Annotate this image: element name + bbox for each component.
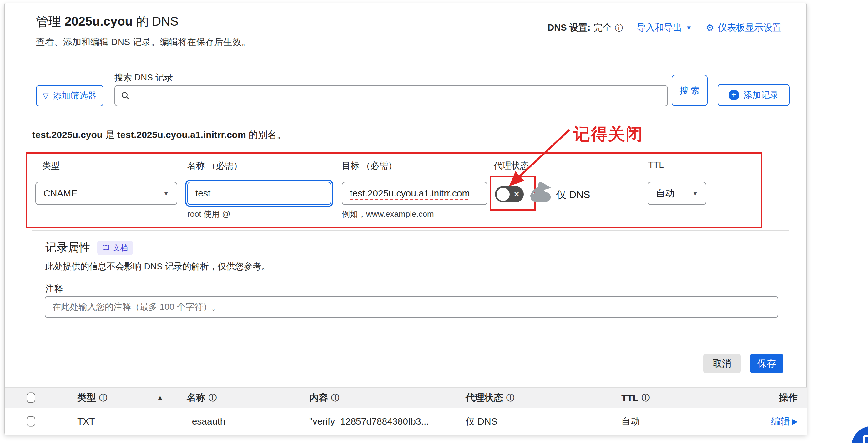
dashboard-display-settings-link[interactable]: ⚙ 仪表板显示设置 bbox=[706, 22, 781, 34]
plus-icon: + bbox=[728, 90, 739, 100]
col-header-ttl-label: TTL bbox=[621, 392, 639, 403]
chevron-down-icon: ▼ bbox=[686, 24, 692, 32]
edit-record-button[interactable]: 编辑 ▶ bbox=[771, 415, 798, 428]
form-divider bbox=[32, 230, 789, 231]
search-dns-label: 搜索 DNS 记录 bbox=[115, 72, 173, 84]
footer-divider bbox=[32, 336, 789, 337]
chat-bubble-icon bbox=[863, 435, 868, 443]
row-proxy-status: 仅 DNS bbox=[466, 415, 497, 428]
name-input-container bbox=[187, 182, 331, 205]
row-checkbox[interactable] bbox=[27, 416, 35, 426]
info-icon[interactable]: ⓘ bbox=[331, 392, 339, 403]
page: 管理 2025u.cyou 的 DNS 查看、添加和编辑 DNS 记录。编辑将在… bbox=[0, 0, 868, 443]
docs-badge-label: 文档 bbox=[113, 243, 128, 253]
save-button[interactable]: 保存 bbox=[750, 354, 783, 373]
ttl-select[interactable]: 自动 ▼ bbox=[648, 182, 706, 205]
add-filter-label: 添加筛选器 bbox=[53, 90, 97, 102]
import-export-label: 导入和导出 bbox=[637, 22, 682, 34]
page-title-suffix: 的 DNS bbox=[132, 14, 179, 28]
select-all-checkbox[interactable] bbox=[27, 393, 35, 403]
filter-icon: ▽ bbox=[43, 91, 49, 100]
zone-name: 2025u.cyou bbox=[64, 14, 132, 28]
name-field-hint: root 使用 @ bbox=[187, 209, 230, 219]
info-icon[interactable]: ⓘ bbox=[209, 392, 217, 403]
annotation-text: 记得关闭 bbox=[573, 123, 643, 146]
info-icon[interactable]: ⓘ bbox=[615, 23, 623, 33]
sort-ascending-icon[interactable]: ▲ bbox=[157, 393, 163, 402]
edit-record-label: 编辑 bbox=[771, 415, 790, 428]
annotation-arrow bbox=[504, 126, 577, 189]
row-type: TXT bbox=[77, 416, 95, 427]
col-header-actions: 操作 bbox=[779, 391, 798, 404]
add-record-label: 添加记录 bbox=[744, 89, 779, 101]
alias-target-name: test.2025u.cyou.a1.initrr.com bbox=[117, 129, 246, 140]
col-header-content-label: 内容 bbox=[309, 391, 328, 404]
col-header-type[interactable]: 类型 ⓘ bbox=[77, 391, 107, 404]
col-header-name[interactable]: 名称 ⓘ bbox=[187, 391, 217, 404]
page-title-prefix: 管理 bbox=[36, 14, 64, 28]
record-attributes-title: 记录属性 bbox=[45, 240, 90, 255]
toggle-off-x-icon: ✕ bbox=[514, 190, 520, 199]
search-input[interactable] bbox=[134, 91, 662, 101]
add-filter-button[interactable]: ▽ 添加筛选器 bbox=[36, 85, 103, 107]
row-name: _esaauth bbox=[187, 416, 225, 427]
col-header-content[interactable]: 内容 ⓘ bbox=[309, 391, 339, 404]
row-ttl: 自动 bbox=[621, 415, 640, 428]
add-record-button[interactable]: + 添加记录 bbox=[718, 84, 789, 106]
gear-icon: ⚙ bbox=[706, 23, 714, 33]
row-content: "verify_12857d7884380fb3... bbox=[309, 416, 429, 427]
name-input[interactable] bbox=[195, 188, 323, 199]
dashboard-display-label: 仪表板显示设置 bbox=[718, 22, 781, 34]
alias-record-name: test.2025u.cyou bbox=[32, 129, 102, 140]
ttl-select-value: 自动 bbox=[656, 187, 675, 200]
info-icon[interactable]: ⓘ bbox=[506, 392, 514, 403]
alias-middle: 是 bbox=[102, 129, 117, 140]
record-attributes-heading: 记录属性 文档 bbox=[45, 240, 133, 255]
comment-label: 注释 bbox=[45, 283, 63, 295]
target-input-value: test.2025u.cyou.a1.initrr.com bbox=[350, 188, 470, 199]
target-field-hint: 例如，www.example.com bbox=[342, 209, 434, 219]
help-chat-button[interactable] bbox=[851, 426, 868, 443]
col-header-ttl[interactable]: TTL ⓘ bbox=[621, 392, 650, 403]
chevron-right-icon: ▶ bbox=[792, 417, 798, 426]
record-attributes-description: 此处提供的信息不会影响 DNS 记录的解析，仅供您参考。 bbox=[45, 261, 270, 272]
page-subtitle: 查看、添加和编辑 DNS 记录。编辑将在保存后生效。 bbox=[36, 36, 250, 49]
info-icon[interactable]: ⓘ bbox=[642, 392, 650, 403]
name-field-label: 名称 （必需） bbox=[187, 160, 242, 172]
col-header-proxy[interactable]: 代理状态 ⓘ bbox=[466, 391, 514, 404]
type-select-value: CNAME bbox=[43, 188, 77, 199]
chevron-down-icon: ▼ bbox=[692, 190, 698, 197]
dns-setting-status: DNS 设置: 完全 ⓘ bbox=[548, 22, 623, 34]
search-input-container bbox=[115, 85, 668, 107]
search-button[interactable]: 搜 索 bbox=[672, 75, 708, 106]
comment-input-container bbox=[45, 296, 778, 318]
col-header-proxy-label: 代理状态 bbox=[466, 391, 503, 404]
cancel-button[interactable]: 取消 bbox=[703, 354, 741, 373]
header-actions: DNS 设置: 完全 ⓘ 导入和导出 ▼ ⚙ 仪表板显示设置 bbox=[548, 22, 781, 34]
chevron-down-icon: ▼ bbox=[163, 190, 169, 197]
ttl-field-label: TTL bbox=[648, 160, 664, 170]
toggle-knob bbox=[497, 188, 510, 201]
book-icon bbox=[102, 244, 110, 251]
table-row: TXT _esaauth "verify_12857d7884380fb3...… bbox=[5, 408, 807, 435]
type-field-label: 类型 bbox=[42, 160, 60, 172]
col-header-type-label: 类型 bbox=[77, 391, 96, 404]
docs-badge[interactable]: 文档 bbox=[97, 241, 133, 255]
dns-setting-value: 完全 bbox=[593, 22, 612, 34]
target-field-label: 目标 （必需） bbox=[342, 160, 397, 172]
search-icon bbox=[121, 91, 130, 100]
page-title: 管理 2025u.cyou 的 DNS bbox=[36, 13, 179, 30]
info-icon[interactable]: ⓘ bbox=[99, 392, 107, 403]
target-input[interactable]: test.2025u.cyou.a1.initrr.com bbox=[342, 182, 488, 205]
alias-suffix: 的别名。 bbox=[246, 129, 286, 140]
import-export-menu[interactable]: 导入和导出 ▼ bbox=[637, 22, 692, 34]
col-header-name-label: 名称 bbox=[187, 391, 206, 404]
dns-management-card: 管理 2025u.cyou 的 DNS 查看、添加和编辑 DNS 记录。编辑将在… bbox=[4, 3, 807, 434]
alias-note: test.2025u.cyou 是 test.2025u.cyou.a1.ini… bbox=[32, 128, 286, 141]
proxy-status-value: 仅 DNS bbox=[556, 188, 590, 202]
records-table-header: 类型 ⓘ ▲ 名称 ⓘ 内容 ⓘ 代理状态 ⓘ TTL ⓘ 操作 bbox=[5, 387, 807, 408]
comment-input[interactable] bbox=[52, 302, 771, 312]
type-select[interactable]: CNAME ▼ bbox=[35, 182, 177, 205]
dns-setting-label: DNS 设置: bbox=[548, 22, 590, 34]
